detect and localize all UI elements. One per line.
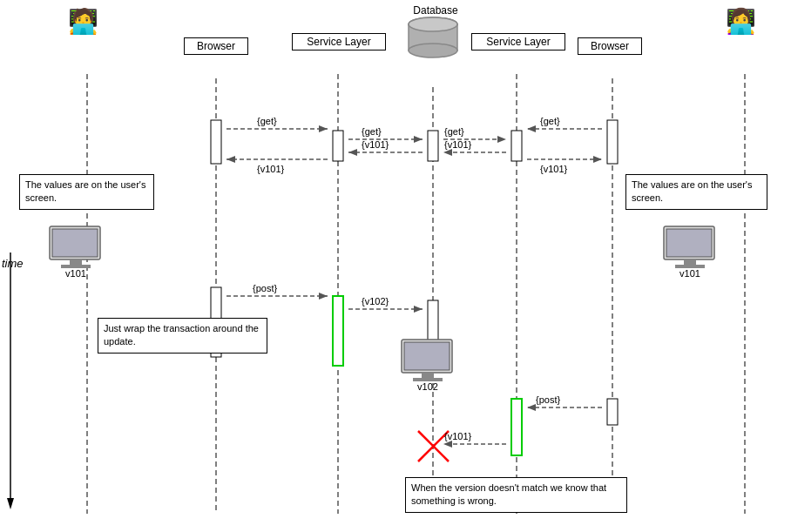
note-user2-screen: The values are on the user's screen.	[625, 174, 767, 210]
svg-marker-16	[527, 125, 536, 132]
svg-marker-20	[348, 149, 357, 156]
note-user1-screen: The values are on the user's screen.	[19, 174, 154, 210]
svg-marker-24	[593, 156, 602, 163]
monitor-user2: v101	[659, 225, 720, 279]
svg-rect-70	[404, 342, 450, 370]
monitor-user1: v101	[45, 225, 106, 279]
svg-rect-37	[607, 120, 618, 164]
svg-line-44	[418, 431, 449, 461]
user2-icon: 👩‍💻	[706, 7, 775, 36]
svg-rect-62	[52, 229, 98, 257]
svg-rect-42	[607, 399, 618, 425]
svg-rect-41	[511, 399, 522, 455]
svg-rect-63	[70, 259, 82, 265]
svg-marker-10	[319, 125, 328, 132]
time-label: time	[2, 257, 24, 270]
svg-rect-35	[428, 131, 438, 161]
svg-rect-39	[333, 296, 343, 366]
svg-text:{v102}: {v102}	[362, 296, 389, 306]
svg-rect-67	[684, 259, 696, 265]
svg-point-59	[409, 44, 457, 57]
svg-text:{get}: {get}	[362, 126, 382, 137]
note-wrap-transaction: Just wrap the transaction around the upd…	[98, 318, 267, 354]
svg-rect-66	[666, 229, 712, 257]
svg-marker-8	[7, 498, 14, 509]
svg-text:{get}: {get}	[540, 116, 560, 126]
svg-point-60	[409, 17, 457, 31]
svg-rect-34	[333, 131, 343, 161]
svg-text:{post}: {post}	[536, 394, 560, 405]
svg-text:{get}: {get}	[257, 116, 277, 126]
database-label: Database	[392, 4, 479, 17]
svg-marker-14	[497, 136, 506, 143]
svg-marker-22	[443, 149, 452, 156]
database-icon	[403, 16, 463, 59]
svg-marker-28	[414, 306, 423, 313]
browser1-label: Browser	[184, 37, 248, 55]
svg-line-43	[418, 431, 449, 461]
svg-text:{v101}: {v101}	[444, 139, 472, 150]
svg-marker-32	[443, 441, 452, 448]
service2-label: Service Layer	[471, 33, 565, 51]
user1-icon: 🧑‍💻	[48, 7, 118, 36]
svg-rect-36	[511, 131, 522, 161]
sequence-diagram: {get} {get} {get} {get} {v101} {v101} {v…	[0, 0, 791, 532]
monitor-v102: v102	[397, 338, 458, 392]
browser2-label: Browser	[578, 37, 642, 55]
svg-rect-33	[211, 120, 221, 164]
note-version-mismatch: When the version doesn't match we know t…	[405, 477, 627, 513]
svg-marker-26	[319, 293, 328, 300]
svg-text:{post}: {post}	[253, 283, 277, 293]
svg-text:{v101}: {v101}	[540, 164, 568, 174]
svg-marker-18	[226, 156, 235, 163]
svg-text:{v101}: {v101}	[257, 164, 285, 174]
svg-text:{get}: {get}	[444, 126, 464, 137]
svg-marker-12	[414, 136, 423, 143]
service1-label: Service Layer	[292, 33, 386, 51]
svg-marker-30	[527, 404, 536, 411]
svg-rect-71	[422, 373, 434, 378]
svg-text:{v101}: {v101}	[362, 139, 389, 150]
svg-text:{v101}: {v101}	[444, 431, 472, 441]
